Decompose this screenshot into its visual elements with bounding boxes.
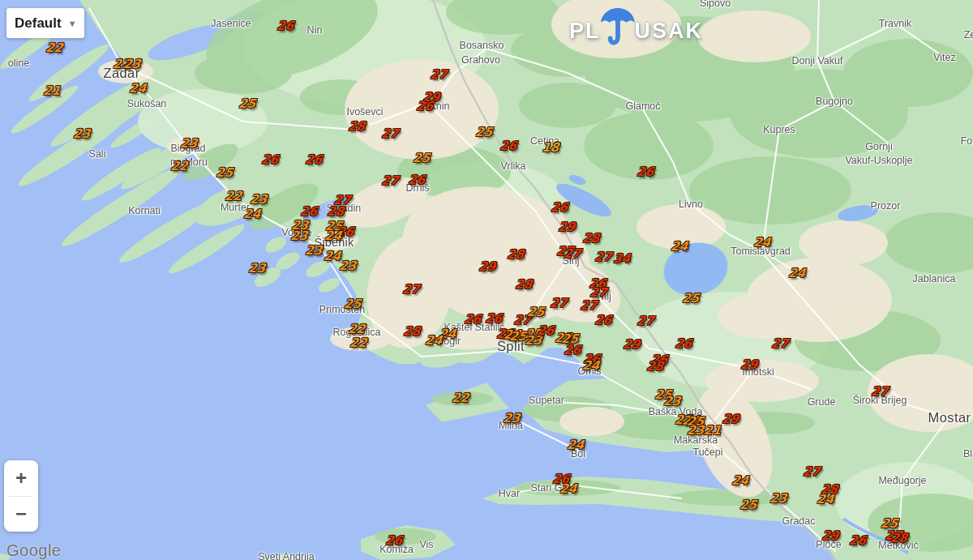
temp-marker[interactable]: 24: [324, 229, 342, 243]
temp-marker[interactable]: 26: [636, 165, 654, 179]
temp-marker[interactable]: 26: [674, 336, 692, 351]
temp-marker[interactable]: 27: [802, 464, 821, 479]
temp-marker[interactable]: 28: [347, 119, 366, 134]
temp-marker[interactable]: 29: [739, 357, 758, 372]
temp-marker[interactable]: 25: [238, 96, 256, 111]
place-label: Jablanica: [913, 273, 956, 284]
temp-marker[interactable]: 28: [645, 359, 664, 374]
temp-marker[interactable]: 24: [752, 235, 771, 250]
temp-marker[interactable]: 22: [349, 336, 367, 350]
place-label: Prozor: [871, 200, 901, 212]
temp-marker[interactable]: 24: [581, 358, 600, 373]
temp-marker[interactable]: 27: [401, 282, 420, 297]
temp-marker[interactable]: 29: [721, 412, 739, 426]
temp-marker[interactable]: 27: [870, 384, 889, 399]
place-label: Gradac: [782, 515, 816, 527]
temp-marker[interactable]: 24: [816, 492, 834, 507]
temp-marker[interactable]: 29: [557, 220, 576, 234]
temp-marker[interactable]: 27: [636, 314, 654, 328]
temp-marker[interactable]: 26: [384, 533, 403, 548]
temp-marker[interactable]: 21: [42, 83, 61, 98]
temp-marker[interactable]: 27: [380, 126, 399, 141]
temp-marker[interactable]: 23: [686, 423, 705, 438]
temp-marker[interactable]: 25: [343, 297, 362, 311]
temp-marker[interactable]: 25: [739, 498, 757, 512]
temp-marker[interactable]: 25: [412, 151, 431, 165]
temp-marker[interactable]: 27: [380, 173, 399, 188]
temp-marker[interactable]: 29: [622, 337, 641, 352]
temp-marker[interactable]: 28: [402, 324, 421, 339]
temp-marker[interactable]: 28: [506, 247, 525, 262]
place-label: Sali: [89, 148, 106, 160]
temp-marker[interactable]: 23: [769, 491, 787, 506]
temp-marker[interactable]: 27: [770, 336, 789, 351]
logo-text-left: PL: [569, 19, 601, 44]
zoom-out-button[interactable]: −: [4, 497, 38, 532]
temp-marker[interactable]: 26: [407, 173, 426, 187]
temp-marker[interactable]: 23: [289, 229, 308, 243]
temp-marker[interactable]: 21: [703, 423, 722, 438]
temp-marker[interactable]: 29: [821, 528, 839, 543]
temp-marker[interactable]: 22: [451, 391, 469, 405]
temp-marker[interactable]: 26: [463, 312, 482, 327]
temp-marker[interactable]: 27: [563, 246, 581, 261]
temp-marker[interactable]: 26: [550, 200, 568, 215]
place-label: Ze: [964, 29, 973, 41]
zoom-in-button[interactable]: +: [4, 460, 38, 496]
temp-marker[interactable]: 22: [45, 41, 63, 55]
temp-marker[interactable]: 34: [612, 251, 631, 266]
temp-marker[interactable]: 23: [72, 126, 91, 141]
place-label: Sukošan: [127, 98, 167, 109]
temp-marker[interactable]: 28: [514, 277, 533, 292]
temp-marker[interactable]: 27: [594, 250, 612, 264]
temp-marker[interactable]: 24: [670, 239, 688, 254]
temp-marker[interactable]: 22: [224, 189, 242, 203]
temp-marker[interactable]: 28: [581, 231, 600, 246]
temp-marker[interactable]: 27: [429, 67, 448, 82]
place-label: Travnik: [879, 18, 912, 29]
temp-marker[interactable]: 25: [526, 305, 545, 319]
temp-marker[interactable]: 26: [536, 323, 555, 338]
temp-marker[interactable]: 26: [848, 533, 867, 548]
temp-marker[interactable]: 23: [502, 411, 521, 425]
place-label: Supetar: [529, 395, 564, 406]
temp-marker[interactable]: 24: [323, 249, 341, 263]
temp-marker[interactable]: 23: [304, 243, 323, 258]
temp-marker[interactable]: 26: [594, 313, 612, 327]
temp-marker[interactable]: 18: [541, 140, 559, 155]
temp-marker[interactable]: 24: [242, 207, 261, 221]
temp-marker[interactable]: 26: [260, 152, 279, 167]
temp-marker[interactable]: 28: [889, 531, 908, 545]
temp-marker[interactable]: 24: [731, 473, 749, 488]
temp-marker[interactable]: 26: [304, 152, 323, 167]
temp-marker[interactable]: 25: [215, 165, 234, 180]
temp-marker[interactable]: 27: [579, 298, 598, 313]
temp-marker[interactable]: 23: [338, 259, 357, 273]
temp-marker[interactable]: 28: [326, 204, 345, 219]
temp-marker[interactable]: 23: [247, 261, 266, 276]
temp-marker[interactable]: 26: [415, 99, 434, 113]
temp-marker[interactable]: 24: [424, 333, 443, 348]
temp-marker[interactable]: 24: [128, 81, 147, 96]
temp-marker[interactable]: 26: [499, 139, 517, 153]
temp-marker[interactable]: 23: [249, 192, 268, 207]
temp-marker[interactable]: 24: [787, 266, 806, 280]
temp-marker[interactable]: 26: [563, 343, 581, 357]
temp-marker[interactable]: 26: [276, 19, 294, 33]
map-style-selector[interactable]: Default ▼: [6, 8, 84, 38]
place-label: Gornji: [865, 141, 892, 152]
temp-marker[interactable]: 25: [681, 291, 700, 306]
temp-marker[interactable]: 22: [347, 322, 366, 336]
temp-marker[interactable]: 22: [169, 159, 188, 173]
temp-marker[interactable]: 26: [299, 204, 318, 219]
temp-marker[interactable]: 23: [122, 57, 141, 71]
temp-marker[interactable]: 26: [484, 311, 503, 326]
temp-marker[interactable]: 23: [662, 394, 681, 408]
temp-marker[interactable]: 24: [566, 438, 585, 452]
temp-marker[interactable]: 25: [474, 125, 493, 139]
temp-marker[interactable]: 23: [179, 136, 198, 151]
temp-marker[interactable]: 27: [549, 296, 568, 310]
temp-marker[interactable]: 24: [559, 481, 577, 496]
temp-marker[interactable]: 29: [478, 259, 496, 274]
place-label: Bugojno: [816, 96, 853, 107]
